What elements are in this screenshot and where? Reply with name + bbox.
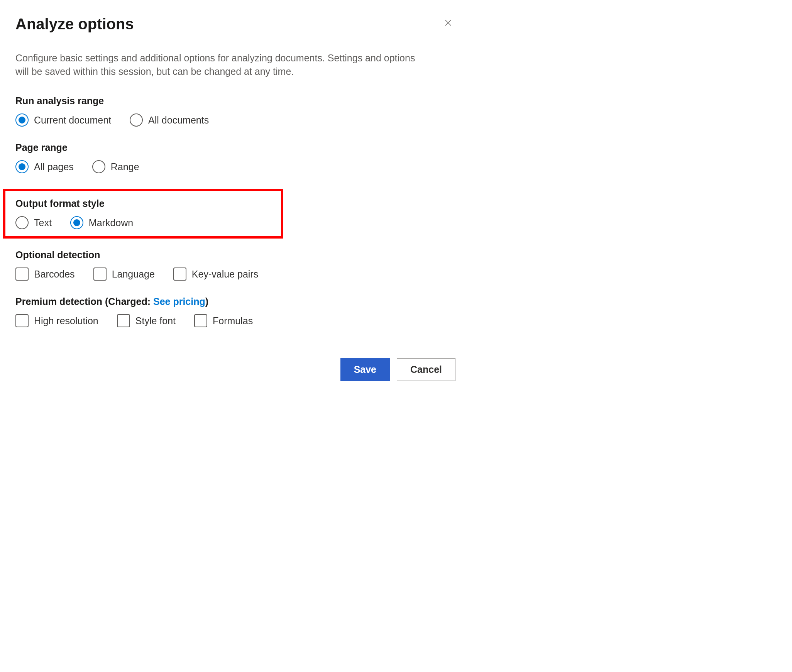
checkbox-label: Barcodes (34, 269, 75, 280)
checkbox-icon (194, 314, 207, 327)
checkbox-label: Key-value pairs (192, 269, 258, 280)
checkbox-label: Style font (135, 315, 176, 327)
checkbox-label: High resolution (34, 315, 98, 327)
close-icon (444, 19, 452, 27)
premium-detection-label-text: Premium detection (Charged: (15, 296, 153, 307)
output-format-section: Output format style Text Markdown (15, 198, 275, 229)
radio-label: Text (34, 217, 52, 229)
dialog-title: Analyze options (15, 15, 134, 33)
run-analysis-range-options: Current document All documents (15, 113, 455, 127)
dialog-header: Analyze options (15, 15, 455, 33)
run-analysis-range-section: Run analysis range Current document All … (15, 95, 455, 127)
analyze-options-dialog: Analyze options Configure basic settings… (15, 15, 455, 381)
premium-detection-section: Premium detection (Charged: See pricing)… (15, 296, 455, 327)
checkbox-icon (173, 267, 186, 281)
premium-detection-options: High resolution Style font Formulas (15, 314, 455, 327)
radio-icon (15, 216, 29, 229)
premium-detection-label-end: ) (205, 296, 208, 307)
close-button[interactable] (441, 15, 455, 30)
optional-detection-label: Optional detection (15, 249, 455, 261)
checkbox-style-font[interactable]: Style font (117, 314, 176, 327)
cancel-button[interactable]: Cancel (397, 358, 455, 381)
page-range-label: Page range (15, 142, 455, 153)
checkbox-high-resolution[interactable]: High resolution (15, 314, 98, 327)
radio-all-pages[interactable]: All pages (15, 160, 74, 173)
checkbox-label: Formulas (213, 315, 253, 327)
see-pricing-link[interactable]: See pricing (153, 296, 205, 307)
checkbox-language[interactable]: Language (93, 267, 155, 281)
checkbox-key-value-pairs[interactable]: Key-value pairs (173, 267, 258, 281)
dialog-description: Configure basic settings and additional … (15, 51, 417, 78)
radio-icon (15, 113, 29, 127)
checkbox-icon (15, 267, 29, 281)
radio-label: Current document (34, 115, 111, 126)
radio-text[interactable]: Text (15, 216, 52, 229)
optional-detection-section: Optional detection Barcodes Language Key… (15, 249, 455, 281)
premium-detection-label: Premium detection (Charged: See pricing) (15, 296, 455, 307)
radio-current-document[interactable]: Current document (15, 113, 111, 127)
checkbox-icon (93, 267, 107, 281)
save-button[interactable]: Save (340, 358, 390, 381)
radio-range[interactable]: Range (92, 160, 139, 173)
output-format-highlight: Output format style Text Markdown (3, 189, 283, 239)
checkbox-label: Language (112, 269, 155, 280)
checkbox-icon (15, 314, 29, 327)
checkbox-icon (117, 314, 130, 327)
checkbox-formulas[interactable]: Formulas (194, 314, 253, 327)
radio-icon (130, 113, 143, 127)
radio-all-documents[interactable]: All documents (130, 113, 209, 127)
output-format-label: Output format style (15, 198, 275, 209)
radio-label: Markdown (89, 217, 133, 229)
page-range-section: Page range All pages Range (15, 142, 455, 173)
radio-icon (15, 160, 29, 173)
radio-markdown[interactable]: Markdown (70, 216, 133, 229)
radio-label: All pages (34, 161, 74, 173)
dialog-footer: Save Cancel (15, 358, 455, 381)
run-analysis-range-label: Run analysis range (15, 95, 455, 107)
page-range-options: All pages Range (15, 160, 455, 173)
radio-label: All documents (148, 115, 209, 126)
checkbox-barcodes[interactable]: Barcodes (15, 267, 75, 281)
optional-detection-options: Barcodes Language Key-value pairs (15, 267, 455, 281)
output-format-options: Text Markdown (15, 216, 275, 229)
radio-icon (70, 216, 83, 229)
radio-icon (92, 160, 105, 173)
radio-label: Range (111, 161, 139, 173)
